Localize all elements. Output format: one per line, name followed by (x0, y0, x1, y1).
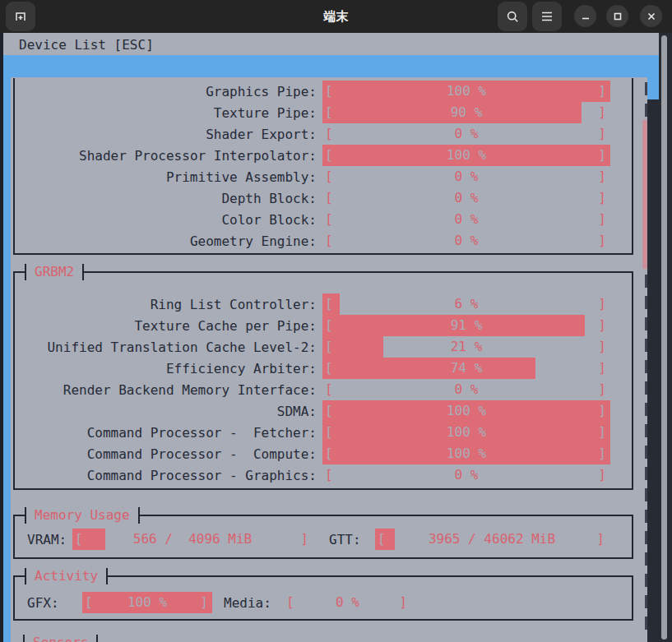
gauge-item: Geometry Engine:[]0 % (15, 230, 610, 252)
minimize-button[interactable] (574, 5, 596, 27)
gauge-value: 566 / 4096 MiB (72, 529, 313, 550)
usage-gauge: []100 % (82, 592, 212, 613)
search-button[interactable] (498, 2, 527, 31)
gauge-row: Depth Block:[]0 % (15, 187, 632, 209)
gauge-label: Ring List Controller: (15, 297, 317, 312)
gauge-row: Ring List Controller:[]6 % (15, 293, 632, 315)
gauge-item: Primitive Assembly:[]0 % (15, 166, 610, 187)
gauge-row: Graphics Pipe:[]100 % (15, 81, 632, 102)
gauge-label: Texture Pipe: (15, 105, 317, 121)
gauge-row: Command Processor - Graphics:[]0 % (15, 464, 632, 486)
usage-gauge: []566 / 4096 MiB (72, 529, 313, 550)
maximize-button[interactable] (606, 5, 628, 27)
gauge-label: Command Processor - Compute: (15, 446, 317, 462)
gauge-value: 0 % (322, 166, 610, 187)
usage-gauge: []100 % (322, 145, 610, 166)
gauge-item: Shader Processor Interpolator:[]100 % (15, 145, 610, 166)
gauge-label: VRAM: (15, 532, 72, 547)
gauge-label: Unified Translation Cache Level-2: (15, 339, 317, 355)
gauge-item: Efficiency Arbiter:[]74 % (15, 358, 610, 379)
titlebar: 端末 (0, 0, 672, 33)
gauge-row: SDMA:[]100 % (15, 400, 632, 422)
gauge-label: GTT: (329, 532, 375, 547)
terminal-scrollbar[interactable] (661, 35, 667, 640)
gauge-item: Texture Cache per Pipe:[]91 % (15, 315, 610, 336)
gauge-row: Texture Pipe:[]90 % (15, 102, 632, 123)
gauge-item: Command Processor - Graphics:[]0 % (15, 464, 610, 486)
gauge-item: Depth Block:[]0 % (15, 187, 610, 209)
window-title: 端末 (0, 0, 672, 33)
panel-grbm: Graphics Pipe:[]100 %Texture Pipe:[]90 %… (13, 78, 633, 255)
usage-gauge: []100 % (322, 443, 610, 464)
usage-gauge: []0 % (322, 230, 610, 252)
gauge-value: 90 % (322, 102, 610, 123)
gauge-value: 100 % (322, 145, 610, 166)
usage-gauge: []100 % (322, 400, 610, 422)
usage-gauge: []0 % (322, 123, 610, 145)
hamburger-menu-icon (541, 12, 553, 21)
gauge-value: 100 % (322, 81, 610, 102)
panel-title-activity: Activity (25, 568, 108, 584)
gauge-item: Media:[]0 % (212, 592, 411, 613)
gauge-item: GFX:[]100 % (15, 592, 212, 613)
gauge-item: Ring List Controller:[]6 % (15, 293, 610, 315)
terminal-content: Device List [ESC] Graphics Pipe:[]100 %T… (0, 33, 672, 642)
gauge-value: 100 % (322, 443, 610, 464)
gauge-item: Command Processor - Compute:[]100 % (15, 443, 610, 464)
gauge-label: Texture Cache per Pipe: (15, 318, 317, 334)
gauge-label: Shader Export: (15, 127, 317, 142)
gauge-label: Depth Block: (15, 191, 317, 206)
gauge-row: Color Block:[]0 % (15, 209, 632, 230)
gauge-value: 74 % (322, 358, 610, 379)
tui-scrollbar-top-segment (647, 76, 659, 99)
gauge-row: Unified Translation Cache Level-2:[]21 % (15, 336, 632, 358)
gauge-label: Render Backend Memory Interface: (15, 382, 317, 398)
panels-container: Graphics Pipe:[]100 %Texture Pipe:[]90 %… (13, 33, 633, 642)
usage-gauge: []21 % (322, 336, 610, 358)
gauge-row: Geometry Engine:[]0 % (15, 230, 632, 252)
gauge-label: GFX: (15, 595, 70, 611)
usage-gauge: []0 % (322, 464, 610, 486)
gauge-item: Render Backend Memory Interface:[]0 % (15, 379, 610, 400)
gauge-row: Shader Processor Interpolator:[]100 % (15, 145, 632, 166)
usage-gauge: []0 % (322, 166, 610, 187)
gauge-item: Command Processor - Fetcher:[]100 % (15, 422, 610, 443)
gauge-label: Graphics Pipe: (15, 84, 317, 99)
right-gutter (647, 99, 672, 642)
gauge-row: Command Processor - Compute:[]100 % (15, 443, 632, 464)
close-button[interactable] (640, 5, 662, 27)
gauge-item: VRAM:[]566 / 4096 MiB (15, 529, 313, 550)
usage-gauge: []3965 / 46062 MiB (375, 529, 609, 550)
menu-button[interactable] (532, 2, 562, 31)
terminal-window: 端末 (0, 0, 672, 642)
gauge-row: Primitive Assembly:[]0 % (15, 166, 632, 187)
gauge-value: 6 % (322, 293, 610, 315)
usage-gauge: []74 % (322, 358, 610, 379)
gauge-value: 0 % (322, 379, 610, 400)
usage-gauge: []0 % (284, 592, 411, 613)
gauge-row: Render Backend Memory Interface:[]0 % (15, 379, 632, 400)
gauge-label: Command Processor - Fetcher: (15, 425, 317, 441)
gauge-row: Efficiency Arbiter:[]74 % (15, 358, 632, 379)
gauge-label: Color Block: (15, 212, 317, 228)
gauge-label: SDMA: (15, 404, 317, 419)
gauge-value: 0 % (322, 209, 610, 230)
gauge-label: Efficiency Arbiter: (15, 361, 317, 376)
gauge-value: 100 % (82, 592, 212, 613)
gauge-value: 91 % (322, 315, 610, 336)
usage-gauge: []0 % (322, 209, 610, 230)
maximize-icon (613, 12, 623, 21)
panel-activity: ActivityGFX:[]100 %Media:[]0 % (13, 575, 633, 621)
panel-grbm2: GRBM2Ring List Controller:[]6 %Texture C… (13, 271, 633, 490)
gauge-label: Primitive Assembly: (15, 169, 317, 185)
gauge-row: Command Processor - Fetcher:[]100 % (15, 422, 632, 443)
usage-gauge: []91 % (322, 315, 610, 336)
gauge-value: 3965 / 46062 MiB (375, 529, 609, 550)
panel-title-grbm2: GRBM2 (25, 264, 84, 280)
gauge-value: 100 % (322, 400, 610, 422)
usage-gauge: []90 % (322, 102, 610, 123)
gauge-value: 0 % (322, 187, 610, 209)
panel-memory: Memory UsageVRAM:[]566 / 4096 MiBGTT:[]3… (13, 515, 633, 559)
usage-gauge: []0 % (322, 379, 610, 400)
gauge-label: Media: (224, 595, 275, 611)
